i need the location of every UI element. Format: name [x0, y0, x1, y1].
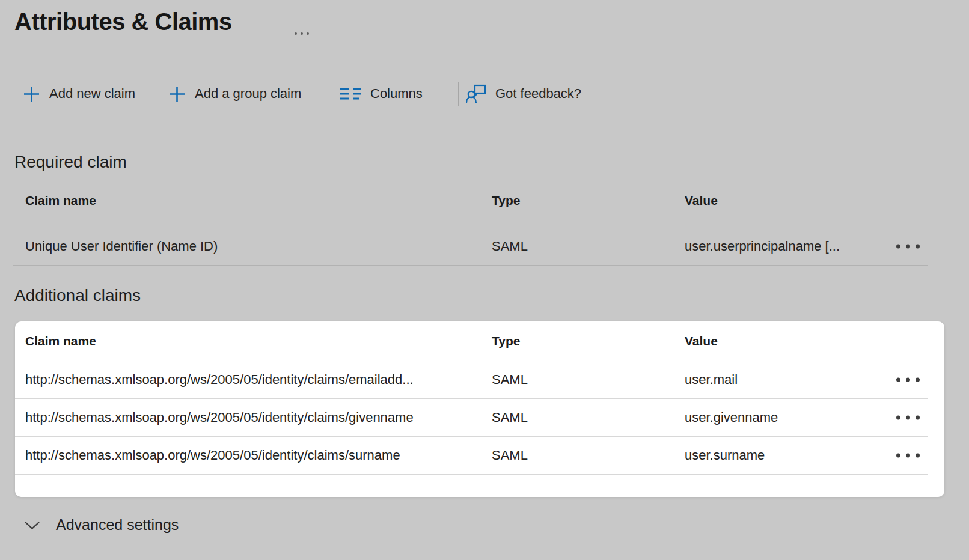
required-claim-heading: Required claim	[14, 153, 127, 172]
divider	[13, 111, 943, 111]
ellipsis-icon	[301, 32, 303, 35]
ellipsis-icon	[916, 453, 920, 457]
divider	[13, 265, 928, 266]
column-header-value: Value	[685, 334, 718, 348]
toolbar-separator	[458, 82, 459, 106]
ellipsis-icon	[916, 245, 920, 249]
attributes-claims-page: Attributes & Claims Add new claim Add a …	[0, 0, 969, 560]
claim-name-cell[interactable]: http://schemas.xmlsoap.org/ws/2005/05/id…	[25, 372, 414, 388]
title-more-options-button[interactable]	[292, 30, 311, 37]
ellipsis-icon	[906, 377, 910, 382]
type-cell: SAML	[492, 448, 528, 463]
table-row-required-claim[interactable]: Unique User Identifier (Name ID) SAML us…	[0, 228, 969, 264]
command-bar: Add new claim Add a group claim Columns	[0, 79, 969, 108]
advanced-settings-expander[interactable]: Advanced settings	[24, 512, 179, 537]
ellipsis-icon	[896, 453, 900, 457]
page-title: Attributes & Claims	[14, 8, 232, 35]
additional-claims-heading: Additional claims	[14, 286, 141, 305]
ellipsis-icon	[916, 415, 920, 419]
value-cell: user.givenname	[685, 410, 778, 425]
required-claim-table-header: Claim name Type Value	[0, 191, 969, 210]
claim-name-cell[interactable]: Unique User Identifier (Name ID)	[25, 239, 218, 254]
got-feedback-label: Got feedback?	[495, 86, 581, 102]
add-group-claim-button[interactable]: Add a group claim	[168, 79, 301, 108]
row-context-menu-button[interactable]	[894, 241, 922, 252]
additional-claims-table: Claim name Type Value http://schemas.xml…	[15, 321, 944, 497]
ellipsis-icon	[906, 245, 910, 249]
add-group-claim-label: Add a group claim	[195, 86, 301, 102]
add-new-claim-label: Add new claim	[49, 86, 135, 102]
row-context-menu-button[interactable]	[894, 449, 922, 461]
type-cell: SAML	[492, 410, 528, 425]
column-header-value: Value	[685, 193, 718, 208]
ellipsis-icon	[896, 415, 900, 419]
advanced-settings-label: Advanced settings	[56, 516, 179, 534]
claim-name-cell[interactable]: http://schemas.xmlsoap.org/ws/2005/05/id…	[25, 410, 414, 425]
value-cell: user.userprincipalname [...	[685, 239, 840, 254]
column-header-claim-name: Claim name	[25, 193, 96, 208]
ellipsis-icon	[916, 377, 920, 382]
table-row-givenname-claim[interactable]: http://schemas.xmlsoap.org/ws/2005/05/id…	[15, 398, 944, 436]
ellipsis-icon	[307, 32, 309, 35]
ellipsis-icon	[906, 415, 910, 419]
column-header-claim-name: Claim name	[25, 334, 96, 348]
type-cell: SAML	[492, 372, 528, 388]
table-row-emailaddress-claim[interactable]: http://schemas.xmlsoap.org/ws/2005/05/id…	[15, 361, 944, 398]
row-context-menu-button[interactable]	[894, 412, 922, 423]
chevron-down-icon	[24, 519, 40, 530]
additional-claims-table-header: Claim name Type Value	[15, 321, 944, 361]
ellipsis-icon	[295, 32, 297, 35]
got-feedback-button[interactable]: Got feedback?	[466, 79, 581, 108]
ellipsis-icon	[906, 453, 910, 457]
column-header-type: Type	[492, 334, 520, 348]
ellipsis-icon	[896, 377, 900, 382]
add-new-claim-button[interactable]: Add new claim	[23, 79, 135, 108]
divider	[15, 474, 928, 475]
column-header-type: Type	[492, 193, 520, 208]
plus-icon	[23, 85, 40, 103]
columns-icon	[340, 86, 361, 102]
table-row-surname-claim[interactable]: http://schemas.xmlsoap.org/ws/2005/05/id…	[15, 436, 944, 474]
feedback-person-icon	[466, 84, 486, 103]
columns-button[interactable]: Columns	[340, 79, 423, 108]
plus-icon	[168, 85, 186, 103]
value-cell: user.surname	[685, 448, 765, 463]
row-context-menu-button[interactable]	[894, 374, 922, 385]
value-cell: user.mail	[685, 372, 738, 388]
type-cell: SAML	[492, 239, 528, 254]
columns-label: Columns	[370, 86, 423, 102]
claim-name-cell[interactable]: http://schemas.xmlsoap.org/ws/2005/05/id…	[25, 448, 400, 463]
ellipsis-icon	[896, 245, 900, 249]
